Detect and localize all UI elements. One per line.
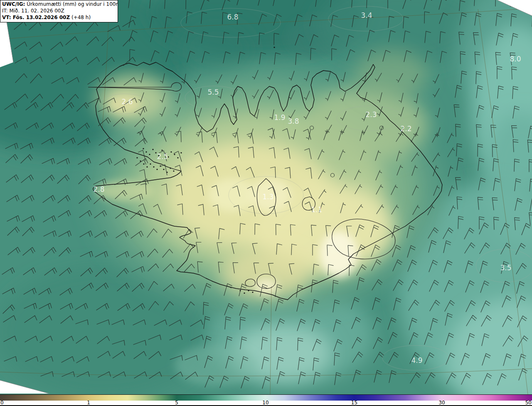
contour-label: 2.6	[121, 98, 133, 106]
colorbar-tick-label: 5	[175, 400, 178, 406]
product-id: UWC/IG:	[2, 1, 25, 7]
weather-map-svg: 6.83.48.05.52.61.93.82.32.22.52.81.31.13…	[0, 0, 532, 394]
colorbar-labels: 01510153050	[0, 401, 532, 406]
valid-offset: (+48 h)	[71, 15, 91, 20]
valid-time: VT: Fös. 13.02.2026 00Z	[2, 15, 70, 20]
colorbar-tick-label: 1	[87, 400, 90, 406]
colorbar-tick-label: 10	[262, 400, 268, 406]
colorbar-tick-label: 30	[438, 400, 445, 406]
colorbar-tick-label: 0	[0, 400, 4, 406]
colorbar: 01510153050	[0, 394, 532, 406]
init-time: IT: Mið. 11. 02. 2026 00Z	[2, 8, 116, 15]
weather-map-product: 6.83.48.05.52.61.93.82.32.22.52.81.31.13…	[0, 0, 532, 406]
contour-label: 1.3	[262, 193, 273, 201]
colorbar-tick-label: 15	[351, 400, 357, 406]
contour-label: 1.9	[274, 113, 285, 122]
contour-label: 2.8	[93, 185, 104, 193]
contour-label: 4.9	[411, 356, 422, 364]
contour-label: 3.8	[288, 117, 299, 125]
contour-label: 6.8	[227, 13, 238, 21]
contour-label: 2.2	[400, 125, 411, 133]
contour-label: 8.0	[510, 55, 521, 63]
title-line: UWC/IG: Úrkomumætti (mm) og vindur i 100…	[2, 1, 116, 8]
contour-label: 3.4	[361, 11, 372, 20]
map-title-box: UWC/IG: Úrkomumætti (mm) og vindur i 100…	[0, 0, 118, 22]
valid-time-line: VT: Fös. 13.02.2026 00Z (+48 h)	[2, 15, 116, 21]
contour-label: 2.3	[365, 110, 377, 119]
product-title: Úrkomumætti (mm) og vindur i 100m hæð	[27, 1, 118, 7]
contour-label: 3.5	[500, 264, 511, 272]
contour-label: 5.5	[207, 88, 219, 96]
colorbar-tick-label: 50	[525, 400, 532, 406]
contour-label: 1.1	[311, 205, 322, 214]
contour-label: 2.5	[157, 152, 168, 161]
